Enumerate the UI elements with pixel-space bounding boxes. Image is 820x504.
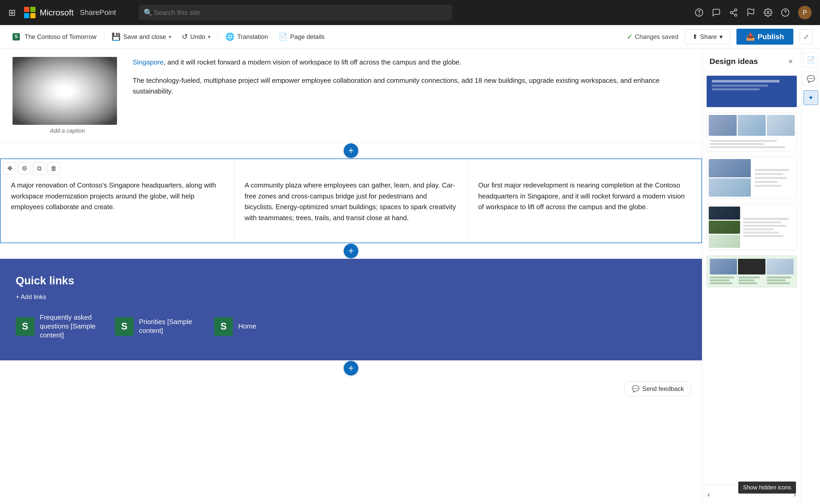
question-button[interactable] bbox=[781, 8, 790, 17]
ql-link-icon-3: S bbox=[214, 317, 233, 336]
design-panel-footer: ‹ Show hidden icons › bbox=[702, 485, 801, 504]
design-ideas-icon-button[interactable]: ✦ bbox=[804, 90, 818, 105]
logo-green bbox=[30, 7, 36, 12]
feedback-label: Send feedback bbox=[642, 385, 684, 392]
microsoft-logo bbox=[24, 7, 36, 18]
page-details-button[interactable]: 📄 Page details bbox=[273, 25, 330, 49]
quick-link-item-1[interactable]: S Frequently asked questions [Sample con… bbox=[16, 313, 102, 339]
save-close-label: Save and close bbox=[123, 33, 166, 40]
help-ring-button[interactable] bbox=[695, 8, 704, 17]
ql-link-icon-2: S bbox=[115, 317, 134, 336]
three-col-grid: A major renovation of Contoso's Singapor… bbox=[1, 159, 701, 243]
changes-saved-indicator: ✓ Changes saved bbox=[627, 32, 678, 41]
main-area: Add a caption Singapore, and it will roc… bbox=[0, 49, 820, 504]
check-icon: ✓ bbox=[627, 32, 633, 41]
add-section-button-2[interactable]: + bbox=[344, 244, 358, 258]
svg-point-4 bbox=[735, 14, 737, 16]
top-navigation: ⊞ Microsoft SharePoint 🔍 bbox=[0, 0, 820, 25]
design-idea-card-5[interactable] bbox=[706, 255, 797, 288]
feedback-button[interactable] bbox=[712, 8, 721, 17]
page-toolbar: S The Contoso of Tomorrow 💾 Save and clo… bbox=[0, 25, 820, 49]
design-panel-header: Design ideas × bbox=[702, 49, 801, 71]
column-cell-2[interactable]: A community plaza where employees can ga… bbox=[234, 159, 468, 243]
share-nav-button[interactable] bbox=[729, 8, 738, 17]
settings-button[interactable] bbox=[764, 8, 772, 17]
ql-link-icon-1: S bbox=[16, 317, 34, 336]
image-caption[interactable]: Add a caption bbox=[13, 127, 122, 134]
panel-prev-button[interactable]: ‹ bbox=[705, 488, 712, 501]
publish-label: Publish bbox=[758, 33, 784, 41]
send-feedback-button[interactable]: 💬 Send feedback bbox=[624, 381, 692, 396]
flag-button[interactable] bbox=[746, 8, 755, 17]
user-avatar[interactable]: P bbox=[798, 6, 812, 19]
share-dropdown-icon: ▾ bbox=[719, 33, 723, 40]
waffle-menu-button[interactable]: ⊞ bbox=[8, 7, 16, 18]
svg-line-6 bbox=[732, 10, 735, 12]
collapse-button[interactable]: ⤢ bbox=[800, 29, 813, 44]
undo-button[interactable]: ↺ Undo ▾ bbox=[177, 25, 216, 49]
publish-button[interactable]: 📤 Publish bbox=[736, 29, 793, 45]
logo-red bbox=[24, 7, 29, 12]
page-details-icon: 📄 bbox=[278, 32, 288, 41]
svg-point-8 bbox=[767, 11, 769, 14]
delete-section-button[interactable]: 🗑 bbox=[48, 162, 60, 175]
design-panel-close-button[interactable]: × bbox=[787, 56, 794, 67]
design-idea-card-1[interactable] bbox=[706, 75, 797, 107]
article-para-2: The technology-fueled, multiphase projec… bbox=[133, 75, 689, 97]
share-button[interactable]: ⬆ Share ▾ bbox=[685, 29, 730, 44]
site-name-label: The Contoso of Tomorrow bbox=[25, 33, 97, 40]
feedback-icon: 💬 bbox=[632, 385, 640, 392]
quick-link-item-3[interactable]: S Home bbox=[214, 313, 256, 339]
design-idea-card-2[interactable] bbox=[706, 113, 797, 151]
publish-icon: 📤 bbox=[746, 32, 755, 41]
site-badge-icon: S bbox=[13, 33, 20, 40]
share-label: Share bbox=[700, 33, 717, 40]
logo-blue bbox=[24, 13, 29, 18]
article-link[interactable]: Singapore bbox=[133, 58, 164, 66]
add-links-button[interactable]: + Add links bbox=[16, 293, 686, 301]
quick-link-item-2[interactable]: S Priorities [Sample content] bbox=[115, 313, 202, 339]
editor-area[interactable]: Add a caption Singapore, and it will roc… bbox=[0, 49, 702, 504]
page-icon-button[interactable]: 📄 bbox=[804, 53, 818, 67]
undo-label: Undo bbox=[190, 33, 205, 40]
article-text-column: Singapore, and it will rocket forward a … bbox=[133, 57, 689, 134]
svg-point-3 bbox=[730, 11, 733, 14]
save-icon: 💾 bbox=[112, 32, 121, 41]
add-section-button-1[interactable]: + bbox=[344, 143, 358, 158]
editor-content: Add a caption Singapore, and it will roc… bbox=[0, 49, 702, 504]
design-idea-card-4[interactable] bbox=[706, 204, 797, 250]
quick-links-title: Quick links bbox=[16, 274, 686, 287]
chat-icon-button[interactable]: 💬 bbox=[804, 72, 818, 86]
quick-links-section: Quick links + Add links S Frequently ask… bbox=[0, 259, 702, 360]
svg-point-1 bbox=[699, 14, 699, 15]
save-close-button[interactable]: 💾 Save and close ▾ bbox=[106, 25, 177, 49]
edit-section-button[interactable]: ⚙ bbox=[18, 162, 31, 175]
app-name-label: Microsoft bbox=[40, 8, 74, 17]
design-idea-card-3[interactable] bbox=[706, 157, 797, 199]
toolbar-separator-1 bbox=[104, 32, 104, 42]
column-cell-3[interactable]: Our first major redevelopment is nearing… bbox=[468, 159, 701, 243]
ql-link-label-2: Priorities [Sample content] bbox=[139, 318, 202, 335]
search-bar[interactable]: 🔍 bbox=[139, 5, 452, 20]
undo-icon: ↺ bbox=[182, 32, 188, 41]
app-logo: Microsoft SharePoint bbox=[24, 7, 116, 18]
svg-point-2 bbox=[735, 9, 737, 11]
site-name-item[interactable]: S The Contoso of Tomorrow bbox=[7, 25, 102, 49]
translation-button[interactable]: 🌐 Translation bbox=[220, 25, 273, 49]
move-section-button[interactable]: ✥ bbox=[4, 162, 16, 175]
save-close-dropdown-icon: ▾ bbox=[169, 34, 171, 40]
changes-saved-label: Changes saved bbox=[635, 33, 678, 40]
undo-dropdown-icon: ▾ bbox=[208, 34, 210, 40]
section-add-between-1: + bbox=[0, 143, 702, 159]
article-image-column: Add a caption bbox=[13, 57, 122, 134]
article-top-section: Add a caption Singapore, and it will roc… bbox=[0, 49, 702, 143]
ql-link-label-1: Frequently asked questions [Sample conte… bbox=[40, 313, 102, 339]
design-panel-title: Design ideas bbox=[710, 57, 758, 66]
show-hidden-tooltip: Show hidden icons bbox=[738, 482, 796, 494]
article-image bbox=[13, 57, 117, 125]
duplicate-section-button[interactable]: ⧉ bbox=[33, 162, 45, 175]
quick-links-row: S Frequently asked questions [Sample con… bbox=[16, 313, 686, 339]
section-controls: ✥ ⚙ ⧉ 🗑 bbox=[4, 162, 60, 175]
search-input[interactable] bbox=[139, 5, 452, 20]
add-section-button-3[interactable]: + bbox=[344, 361, 358, 376]
